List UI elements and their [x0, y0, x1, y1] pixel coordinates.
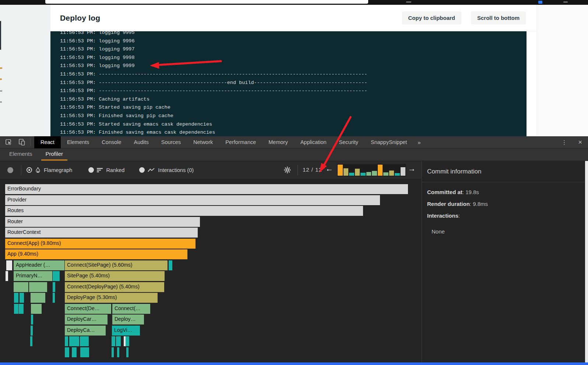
flame-bar-logvi[interactable]: LogVi…: [112, 326, 140, 336]
devtools-tab-application[interactable]: Application: [294, 136, 333, 148]
commit-bar-4[interactable]: [355, 169, 360, 176]
flame-bar[interactable]: [72, 347, 77, 357]
flame-bar[interactable]: [6, 271, 8, 281]
flame-bar-deployca[interactable]: DeployCa…: [65, 326, 106, 336]
inspect-element-icon[interactable]: [4, 138, 13, 147]
more-tabs-chevron[interactable]: »: [413, 136, 425, 148]
devtools-tab-security[interactable]: Security: [333, 136, 365, 148]
previous-commit-arrow[interactable]: ←: [325, 164, 333, 173]
record-button[interactable]: [7, 167, 13, 173]
flame-bar[interactable]: [81, 336, 89, 346]
flame-bar[interactable]: [112, 347, 114, 357]
copy-to-clipboard-button[interactable]: Copy to clipboard: [402, 11, 462, 24]
flame-bar-deploypagems[interactable]: DeployPage (5.30ms): [65, 293, 158, 303]
flame-bar[interactable]: [117, 347, 119, 357]
deploy-log-terminal[interactable]: 11:56:53 PM: logging 999511:56:53 PM: lo…: [50, 31, 527, 136]
flame-bar-connectde[interactable]: Connect(De…: [65, 304, 111, 314]
flame-bar[interactable]: [116, 336, 121, 346]
flame-bar[interactable]: [14, 293, 18, 303]
ranked-label[interactable]: Ranked: [106, 167, 124, 173]
flame-bar-appheader[interactable]: AppHeader (…: [14, 260, 64, 270]
devtools-tab-console[interactable]: Console: [95, 136, 127, 148]
flame-bar[interactable]: [22, 293, 24, 303]
flame-bar-routes[interactable]: Routes: [5, 206, 363, 216]
flame-bar[interactable]: [53, 293, 55, 303]
flame-bar[interactable]: [112, 336, 115, 346]
commit-bar-11[interactable]: [395, 173, 400, 176]
commit-bar-6[interactable]: [366, 172, 372, 176]
flame-bar-primaryn[interactable]: PrimaryN…: [14, 271, 52, 281]
flame-bar-connect[interactable]: Connect(…: [112, 304, 150, 314]
flame-bar[interactable]: [30, 336, 32, 346]
ranked-icon: [97, 168, 103, 173]
flame-bar-errorboundary[interactable]: ErrorBoundary: [5, 184, 408, 194]
scroll-to-bottom-button[interactable]: Scroll to bottom: [471, 11, 526, 24]
commit-bar-9[interactable]: [383, 172, 388, 176]
flame-bar-sitepagems[interactable]: SitePage (5.40ms): [65, 271, 165, 281]
flame-bar[interactable]: [31, 293, 45, 303]
commit-bar-12[interactable]: [401, 167, 406, 176]
interactions-icon: [148, 168, 155, 173]
flame-bar[interactable]: [169, 260, 172, 270]
flame-bar[interactable]: [14, 282, 28, 292]
commit-bar-8[interactable]: [378, 165, 383, 176]
devtools-tab-network[interactable]: Network: [187, 136, 219, 148]
flame-bar-routercontext[interactable]: RouterContext: [5, 228, 198, 238]
devtools-tab-performance[interactable]: Performance: [219, 136, 262, 148]
flame-bar-provider[interactable]: Provider: [5, 195, 380, 205]
devtools-close-icon[interactable]: ×: [572, 138, 588, 146]
flame-bar[interactable]: [126, 336, 129, 346]
flame-bar[interactable]: [65, 336, 68, 346]
commit-bar-5[interactable]: [360, 173, 366, 176]
react-subtab-profiler[interactable]: Profiler: [41, 148, 68, 161]
flame-bar[interactable]: [53, 271, 60, 281]
flame-bar-deploy[interactable]: Deploy…: [112, 315, 144, 324]
flame-bar[interactable]: [67, 347, 69, 357]
flame-bar[interactable]: [31, 315, 33, 324]
commit-bar-7[interactable]: [372, 171, 377, 176]
flame-bar[interactable]: [31, 326, 33, 336]
devtools-tab-memory[interactable]: Memory: [262, 136, 294, 148]
devtools-tab-snappysnippet[interactable]: SnappySnippet: [365, 136, 413, 148]
devtools-tab-sources[interactable]: Sources: [155, 136, 187, 148]
window-control-icon[interactable]: [406, 1, 411, 3]
flame-bar-appms[interactable]: App (9.40ms): [5, 249, 187, 259]
flame-bar[interactable]: [21, 304, 24, 314]
flame-bar[interactable]: [6, 260, 12, 270]
flame-bar-deploycar[interactable]: DeployCar…: [65, 315, 108, 324]
flame-bar-router[interactable]: Router: [5, 217, 200, 227]
commit-bar-2[interactable]: [344, 168, 349, 176]
interactions-label[interactable]: Interactions (0): [158, 167, 194, 173]
flame-bar[interactable]: [69, 336, 79, 346]
address-bar[interactable]: [45, 0, 368, 4]
next-commit-arrow[interactable]: →: [408, 164, 416, 173]
commit-bar-3[interactable]: [349, 173, 354, 176]
commit-bar-10[interactable]: [389, 171, 394, 176]
flame-bar-connectsitepagems[interactable]: Connect(SitePage) (5.60ms): [65, 260, 168, 270]
scrollbar[interactable]: [585, 161, 588, 362]
flame-bar[interactable]: [14, 304, 18, 314]
flame-bar[interactable]: [53, 282, 55, 292]
flame-bar[interactable]: [29, 282, 47, 292]
ranked-radio[interactable]: [88, 167, 94, 173]
flame-bar[interactable]: [80, 347, 89, 357]
commit-selector-chart[interactable]: [337, 164, 406, 176]
window-bottom-edge: [0, 362, 588, 365]
flame-bar[interactable]: [31, 304, 42, 314]
flamegraph-label[interactable]: Flamegraph: [44, 167, 72, 173]
settings-gear-icon[interactable]: [284, 166, 291, 175]
interactions-radio[interactable]: [139, 167, 145, 173]
react-subtab-elements[interactable]: Elements: [5, 148, 37, 161]
devtools-tab-audits[interactable]: Audits: [128, 136, 155, 148]
flame-bar-connectappms[interactable]: Connect(App) (9.80ms): [5, 239, 196, 249]
devtools-tab-elements[interactable]: Elements: [61, 136, 95, 148]
commit-bar-1[interactable]: [338, 165, 343, 176]
devtools-menu-icon[interactable]: ⋮: [556, 139, 572, 146]
flame-bar[interactable]: [126, 347, 128, 357]
flame-bar-connectdeploypagems[interactable]: Connect(DeployPage) (5.40ms): [65, 282, 164, 292]
devtools-tab-react[interactable]: React: [34, 136, 61, 148]
window-control-icon[interactable]: [563, 1, 568, 3]
flamegraph-radio[interactable]: [27, 167, 32, 173]
extension-icon[interactable]: [538, 1, 542, 4]
device-toolbar-icon[interactable]: [18, 138, 27, 147]
